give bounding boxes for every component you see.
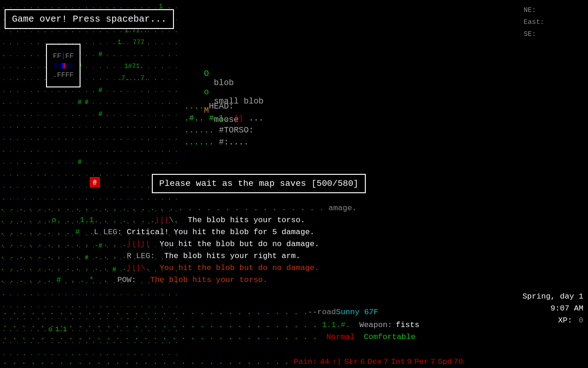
torso-chars: ...... — [184, 126, 219, 135]
weapon-row: . . . . . . . . . . . . . . . . . . . . … — [0, 321, 588, 329]
blob-label: blob — [204, 78, 254, 87]
per-label: Per — [415, 357, 429, 366]
weapon-label: Weapon: — [350, 321, 392, 329]
condition-row: . . . . . . . . . . . . . . . . . . . . … — [0, 333, 588, 341]
terrain-dash: -- — [308, 308, 317, 316]
dex-value: 7 — [384, 357, 388, 366]
int-value: 9 — [407, 357, 411, 366]
xp-display: XP: 0 — [522, 315, 583, 327]
str-value: 6 — [360, 357, 365, 366]
str-label: Str — [344, 357, 358, 366]
head-dots: ... — [248, 114, 263, 123]
saving-dialog: Please wait as the map saves [500/580] — [152, 174, 366, 193]
per-value: 7 — [430, 357, 435, 366]
stats-row: . . . . . . . . . . . . . . . . . . . . … — [0, 357, 588, 366]
game-over-text: Game over! Press spacebar... — [12, 14, 167, 24]
saving-text: Please wait as the map saves [500/580] — [159, 178, 358, 189]
messages-area: . . . . . . . . . . . . . . . . . . . . … — [0, 202, 552, 286]
torso-value: #:.... — [219, 138, 249, 147]
time-display: 9:07 AM — [522, 303, 583, 315]
weather: Sunny 67F — [336, 308, 378, 316]
msg-no-damage-2: . . . . . . . . . . . . . . |||\ . You h… — [0, 262, 552, 274]
head-row: .... HEAD: — [184, 100, 264, 112]
xp-label: XP: — [558, 316, 572, 325]
head-pipes: || — [234, 114, 244, 123]
weapon-value: fists — [396, 321, 419, 329]
pain-value: 44 — [320, 357, 329, 366]
player-char: @ — [93, 179, 97, 186]
head-value-row: .#.. #.1. || ... — [184, 112, 264, 124]
dex-label: Dex — [368, 357, 382, 366]
se-label: SE: — [524, 29, 583, 40]
separator: :| — [332, 357, 341, 366]
head-label: HEAD: — [209, 102, 234, 111]
msg-blob-torso: . . . . . .o. . .1.1. . . . . . . ||| \.… — [0, 214, 552, 226]
msg-pow-torso: . . . . . . # . . * . POW: The blob hits… — [0, 274, 552, 286]
spd-value: 70 — [454, 357, 463, 366]
spd-label: Spd — [438, 357, 452, 366]
blob-char: O — [204, 69, 209, 78]
pain-status: Normal — [317, 333, 355, 341]
ne-label: NE: — [524, 5, 583, 17]
bodyparts-area: .... HEAD: .#.. #.1. || ... ...... #TORS… — [184, 100, 264, 148]
terrain-name: road — [317, 308, 336, 316]
player-icon: @ — [90, 177, 100, 187]
int-label: Int — [391, 357, 405, 366]
head-value-chars: .#.. #.1. — [184, 114, 234, 123]
torso-label: #TORSO: — [219, 126, 254, 135]
torso-value-row: ...... #:.... — [184, 136, 264, 148]
head-chars: .... — [184, 102, 209, 111]
time-info: Spring, day 1 9:07 AM XP: 0 — [522, 291, 583, 327]
torso-row: ...... #TORSO: — [184, 124, 264, 136]
season-display: Spring, day 1 — [522, 291, 583, 303]
msg-right-arm: . . . . . . . . . . . . . . R LEG: The b… — [0, 250, 552, 262]
east-label: East: — [524, 17, 583, 29]
game-over-dialog: Game over! Press spacebar... — [5, 9, 174, 29]
right-panel: NE: East: SE: — [524, 5, 583, 143]
msg-critical-hit: . . . . . . . . # . L LEG: Critical! You… — [0, 226, 552, 238]
comfort-status: Comfortable — [364, 333, 415, 341]
mini-display: FF|FF .FFFF — [46, 44, 81, 87]
torso-value-chars: ...... — [184, 138, 219, 147]
pain-label: Pain: — [289, 357, 317, 366]
status-bar: . . . . . . . . . . . . . . . . . . . . … — [0, 308, 588, 316]
small-blob-char: o — [204, 87, 209, 97]
msg-damage: . . . . . . . . . . . . . . . . . . . . … — [0, 202, 552, 214]
game-area: NE: East: SE: Game over! Press spacebar.… — [0, 0, 588, 368]
xp-value: 0 — [579, 316, 583, 325]
msg-no-damage-1: . . . . . . . . . . . . . . ||||| You hi… — [0, 238, 552, 250]
